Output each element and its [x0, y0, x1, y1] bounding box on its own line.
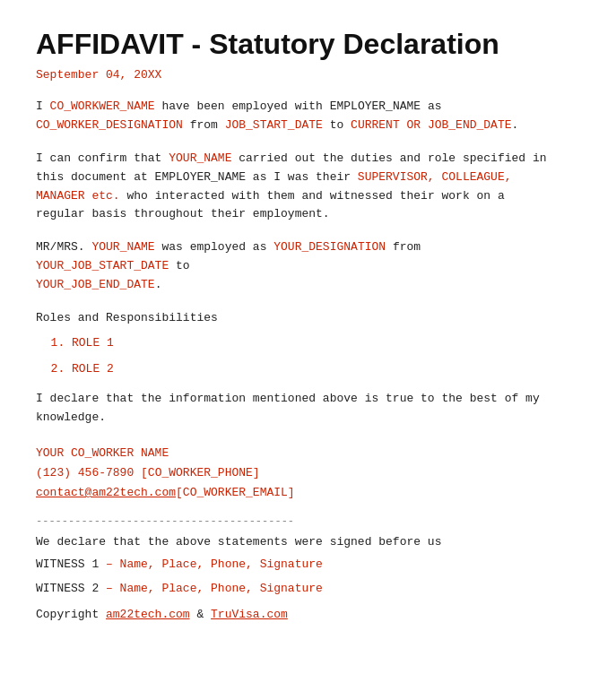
- role-item-2: ROLE 2: [72, 362, 554, 376]
- email-link[interactable]: contact@am22tech.com: [36, 486, 176, 499]
- contact-email: contact@am22tech.com[CO_WORKER_EMAIL]: [36, 483, 554, 503]
- copyright-and: &: [190, 608, 211, 621]
- co-worker-name-display: YOUR CO_WORKER NAME: [36, 446, 169, 460]
- employment-text-3: from: [386, 240, 421, 254]
- witness-2-line: WITNESS 2 – Name, Place, Phone, Signatur…: [36, 582, 554, 595]
- document-date: September 04, 20XX: [36, 68, 554, 82]
- copyright-section: Copyright am22tech.com & TruVisa.com: [36, 606, 554, 625]
- your-job-start-date: YOUR_JOB_START_DATE: [36, 259, 169, 272]
- employment-text-1: MR/MRS.: [36, 240, 91, 254]
- witness-1-label: WITNESS 1: [36, 557, 106, 571]
- intro-text-4: to: [323, 118, 351, 132]
- phone-placeholder: [CO_WORKER_PHONE]: [141, 466, 260, 480]
- confirm-text-1: I can confirm that: [36, 151, 169, 165]
- intro-text-2: have been employed with EMPLOYER_NAME as: [155, 99, 442, 113]
- phone-number: (123) 456-7890: [36, 466, 141, 480]
- intro-text-3: from: [183, 118, 225, 132]
- role-2-label: ROLE 2: [72, 362, 114, 376]
- your-job-end-date: YOUR_JOB_END_DATE: [36, 278, 155, 291]
- roles-list: ROLE 1 ROLE 2: [72, 336, 554, 376]
- roles-heading: Roles and Responsibilities: [36, 309, 554, 328]
- intro-paragraph: I CO_WORKWER_NAME have been employed wit…: [36, 98, 554, 135]
- witness-2-label: WITNESS 2: [36, 582, 106, 595]
- your-designation: YOUR_DESIGNATION: [273, 240, 386, 254]
- contact-phone: (123) 456-7890 [CO_WORKER_PHONE]: [36, 463, 554, 483]
- witness-2-detail: – Name, Place, Phone, Signature: [106, 582, 323, 595]
- current-or-end-date: CURRENT OR JOB_END_DATE: [351, 118, 511, 132]
- truvisa-link[interactable]: TruVisa.com: [211, 608, 288, 621]
- email-placeholder: [CO_WORKER_EMAIL]: [176, 486, 295, 499]
- witness-intro: We declare that the above statements wer…: [36, 533, 554, 552]
- confirm-paragraph: I can confirm that YOUR_NAME carried out…: [36, 150, 554, 224]
- declaration-paragraph: I declare that the information mentioned…: [36, 390, 554, 428]
- co-worker-designation: CO_WORKER_DESIGNATION: [36, 118, 183, 132]
- your-name-1: YOUR_NAME: [169, 151, 231, 165]
- contact-block: YOUR CO_WORKER NAME (123) 456-7890 [CO_W…: [36, 444, 554, 503]
- page-title: AFFIDAVIT - Statutory Declaration: [36, 27, 554, 61]
- am22tech-link[interactable]: am22tech.com: [106, 608, 190, 621]
- contact-name: YOUR CO_WORKER NAME: [36, 444, 554, 463]
- witness-1-line: WITNESS 1 – Name, Place, Phone, Signatur…: [36, 557, 554, 571]
- role-item-1: ROLE 1: [72, 336, 554, 350]
- employment-text-2: was employed as: [155, 240, 274, 254]
- your-name-2: YOUR_NAME: [91, 240, 154, 254]
- employment-text-5: .: [155, 278, 162, 291]
- co-worker-name-placeholder: CO_WORKWER_NAME: [50, 99, 155, 113]
- witness-1-detail: – Name, Place, Phone, Signature: [106, 557, 323, 571]
- role-1-label: ROLE 1: [72, 336, 114, 350]
- employment-paragraph: MR/MRS. YOUR_NAME was employed as YOUR_D…: [36, 238, 554, 294]
- job-start-date: JOB_START_DATE: [225, 118, 323, 132]
- divider: ----------------------------------------: [36, 515, 554, 528]
- copyright-text: Copyright: [36, 608, 106, 621]
- employment-text-4: to: [169, 259, 189, 272]
- intro-text-1: I: [36, 99, 50, 113]
- intro-text-5: .: [512, 118, 519, 132]
